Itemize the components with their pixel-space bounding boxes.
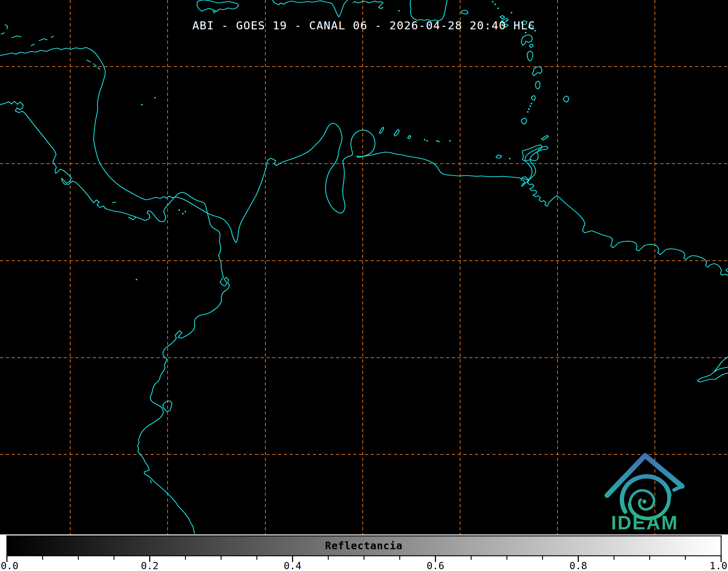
island-dot xyxy=(449,140,451,142)
island-dot xyxy=(182,213,184,214)
colorbar-tick-label: 0.0 xyxy=(1,560,18,571)
island-dot xyxy=(528,108,530,110)
island-dot xyxy=(527,111,529,113)
island-dot xyxy=(141,104,143,105)
goes-map-canvas: ABI - GOES 19 - CANAL 06 - 2026-04-28 20… xyxy=(0,0,728,571)
island-dot xyxy=(531,103,532,104)
colorbar-tick-label: 0.8 xyxy=(569,560,587,571)
island-dot xyxy=(426,140,428,142)
island-dot xyxy=(525,32,526,33)
ideam-logo-text: IDEAM xyxy=(611,512,678,533)
island-dot xyxy=(511,12,512,13)
island-dot xyxy=(154,97,156,98)
island-dot xyxy=(436,140,438,142)
product-title: ABI - GOES 19 - CANAL 06 - 2026-04-28 20… xyxy=(192,19,535,32)
island-dot xyxy=(398,10,400,12)
island-dot xyxy=(178,209,180,211)
logo-spiral-eye-icon xyxy=(643,500,647,504)
colorbar-tick-label: 0.2 xyxy=(141,560,159,571)
island-dot xyxy=(495,4,496,5)
island-dot xyxy=(136,279,137,280)
island-dot xyxy=(438,141,439,142)
colorbar-tick-label: 0.4 xyxy=(284,560,302,571)
island-dot xyxy=(497,8,499,9)
island-dot xyxy=(185,211,186,212)
colorbar-tick-label: 1.0 xyxy=(710,560,727,571)
colorbar-label: Reflectancia xyxy=(325,540,403,552)
island-dot xyxy=(530,105,531,107)
satellite-image-viewport: ABI - GOES 19 - CANAL 06 - 2026-04-28 20… xyxy=(0,0,728,571)
island-dot xyxy=(424,139,425,140)
map-background xyxy=(0,0,728,534)
colorbar-tick-label: 0.6 xyxy=(426,560,444,571)
island-dot xyxy=(509,158,510,159)
island-dot xyxy=(492,1,493,3)
